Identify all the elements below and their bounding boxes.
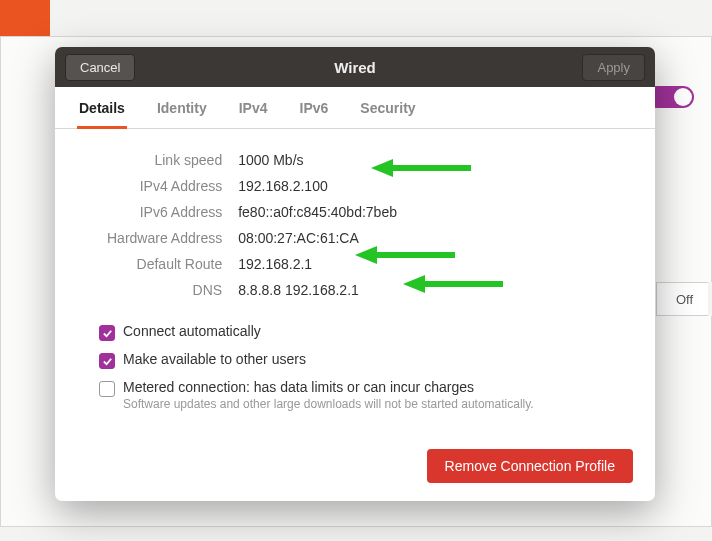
row-dns: DNS 8.8.8.8 192.168.2.1: [99, 277, 430, 303]
cancel-button[interactable]: Cancel: [65, 54, 135, 81]
dns-value: 8.8.8.8 192.168.2.1: [230, 277, 430, 303]
tab-ipv6[interactable]: IPv6: [298, 100, 331, 129]
bg-off-button[interactable]: Off: [656, 282, 712, 316]
metered-checkbox[interactable]: [99, 381, 115, 397]
dialog-body: Link speed 1000 Mb/s IPv4 Address 192.16…: [55, 129, 655, 443]
option-metered: Metered connection: has data limits or c…: [99, 379, 629, 413]
ipv4-label: IPv4 Address: [99, 173, 230, 199]
row-route: Default Route 192.168.2.1: [99, 251, 430, 277]
option-auto-connect: Connect automatically: [99, 323, 629, 341]
remove-connection-button[interactable]: Remove Connection Profile: [427, 449, 633, 483]
tab-details[interactable]: Details: [77, 100, 127, 129]
route-label: Default Route: [99, 251, 230, 277]
dialog-titlebar: Cancel Wired Apply: [55, 47, 655, 87]
auto-connect-label: Connect automatically: [123, 323, 261, 339]
accent-strip: [0, 0, 50, 36]
hw-label: Hardware Address: [99, 225, 230, 251]
hw-value: 08:00:27:AC:61:CA: [230, 225, 430, 251]
ipv6-value: fe80::a0f:c845:40bd:7beb: [230, 199, 430, 225]
tab-ipv4[interactable]: IPv4: [237, 100, 270, 129]
row-ipv6: IPv6 Address fe80::a0f:c845:40bd:7beb: [99, 199, 430, 225]
auto-connect-checkbox[interactable]: [99, 325, 115, 341]
row-ipv4: IPv4 Address 192.168.2.100: [99, 173, 430, 199]
tab-identity[interactable]: Identity: [155, 100, 209, 129]
all-users-checkbox[interactable]: [99, 353, 115, 369]
apply-button[interactable]: Apply: [582, 54, 645, 81]
tab-security[interactable]: Security: [358, 100, 417, 129]
link-speed-value: 1000 Mb/s: [230, 147, 430, 173]
off-label: Off: [676, 292, 693, 307]
switch-knob: [674, 88, 692, 106]
metered-sub: Software updates and other large downloa…: [123, 397, 534, 411]
option-all-users: Make available to other users: [99, 351, 629, 369]
options-group: Connect automatically Make available to …: [99, 323, 629, 413]
link-speed-label: Link speed: [99, 147, 230, 173]
dialog-footer: Remove Connection Profile: [55, 443, 655, 501]
ipv4-value: 192.168.2.100: [230, 173, 430, 199]
details-table: Link speed 1000 Mb/s IPv4 Address 192.16…: [99, 147, 430, 303]
check-icon: [102, 356, 113, 367]
dialog-title: Wired: [55, 59, 655, 76]
connection-editor-dialog: Cancel Wired Apply Details Identity IPv4…: [55, 47, 655, 501]
dns-label: DNS: [99, 277, 230, 303]
ipv6-label: IPv6 Address: [99, 199, 230, 225]
metered-label: Metered connection: has data limits or c…: [123, 379, 474, 395]
all-users-label: Make available to other users: [123, 351, 306, 367]
row-link-speed: Link speed 1000 Mb/s: [99, 147, 430, 173]
route-value: 192.168.2.1: [230, 251, 430, 277]
check-icon: [102, 328, 113, 339]
row-hw: Hardware Address 08:00:27:AC:61:CA: [99, 225, 430, 251]
tab-bar: Details Identity IPv4 IPv6 Security: [55, 87, 655, 129]
